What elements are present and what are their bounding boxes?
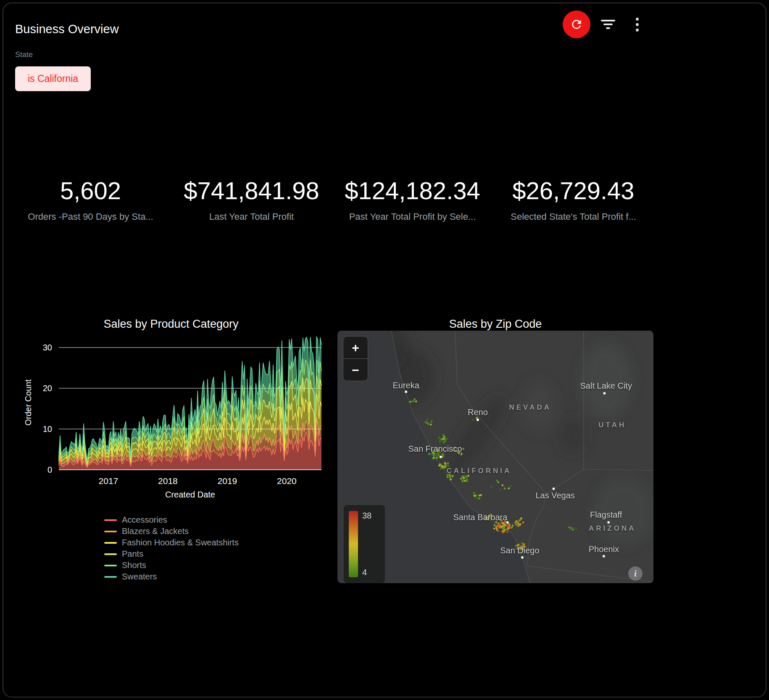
legend-label: Pants (122, 549, 143, 559)
state-filter-chip[interactable]: is California (15, 66, 91, 91)
legend-swatch (104, 576, 117, 578)
legend-max-value: 38 (362, 511, 371, 521)
svg-text:2020: 2020 (277, 476, 297, 486)
svg-text:Created Date: Created Date (165, 490, 215, 499)
legend-swatch (104, 519, 117, 521)
map-zoom-out-button[interactable]: − (343, 359, 368, 381)
refresh-icon (570, 18, 583, 31)
legend-item-3[interactable]: Pants (104, 549, 239, 559)
map-zoom-control: + − (343, 336, 368, 381)
kpi-card-past-year-profit: $124,182.34 Past Year Total Profit by Se… (332, 176, 493, 222)
legend-swatch (104, 542, 117, 544)
kpi-value: $26,729.43 (493, 176, 654, 205)
category-chart-legend: AccessoriesBlazers & JacketsFashion Hood… (104, 515, 239, 582)
svg-text:Order Count: Order Count (24, 379, 33, 426)
kpi-label: Past Year Total Profit by Sele... (332, 211, 493, 222)
legend-item-2[interactable]: Fashion Hoodies & Sweatshirts (104, 538, 239, 547)
kpi-value: 5,602 (10, 176, 171, 205)
refresh-button[interactable] (563, 11, 590, 38)
kpi-label: Selected State's Total Profit f... (493, 211, 654, 222)
kebab-menu-icon[interactable] (630, 16, 644, 33)
legend-label: Accessories (122, 515, 167, 525)
kpi-value: $741,841.98 (171, 176, 332, 205)
svg-text:2019: 2019 (218, 476, 237, 486)
color-gradient-bar (349, 511, 358, 577)
kpi-card-state-profit: $26,729.43 Selected State's Total Profit… (493, 176, 654, 222)
kpi-label: Last Year Total Profit (171, 211, 332, 222)
map-color-legend: 38 4 (344, 505, 385, 583)
svg-text:2018: 2018 (158, 476, 178, 486)
kpi-value: $124,182.34 (332, 176, 493, 205)
legend-label: Fashion Hoodies & Sweatshirts (122, 538, 239, 547)
svg-text:0: 0 (47, 465, 52, 474)
filter-bar (601, 20, 615, 21)
svg-text:20: 20 (43, 384, 52, 393)
map-info-icon[interactable]: i (628, 566, 643, 581)
kpi-label: Orders -Past 90 Days by Sta... (10, 211, 171, 222)
zip-map[interactable]: NEVADAUTAHCALIFORNIAARIZONAEurekaRenoSal… (337, 331, 653, 583)
filter-bar (606, 27, 610, 29)
legend-label: Blazers & Jackets (122, 526, 189, 536)
zip-map-title: Sales by Zip Code (337, 318, 653, 331)
page-title: Business Overview (15, 22, 119, 36)
svg-text:2017: 2017 (99, 476, 119, 486)
category-chart-canvas[interactable]: 01020302017201820192020Created DateOrder… (10, 328, 332, 504)
filter-bar (603, 24, 613, 25)
legend-swatch (104, 565, 117, 566)
map-zoom-in-button[interactable]: + (343, 337, 368, 358)
legend-item-4[interactable]: Shorts (104, 561, 239, 570)
legend-label: Sweaters (122, 572, 157, 582)
legend-label: Shorts (122, 561, 146, 570)
kpi-row: 5,602 Orders -Past 90 Days by Sta... $74… (10, 176, 654, 222)
kpi-card-orders: 5,602 Orders -Past 90 Days by Sta... (10, 176, 171, 222)
svg-text:10: 10 (43, 424, 52, 434)
filter-icon[interactable] (598, 18, 618, 31)
legend-swatch (104, 531, 117, 532)
svg-text:30: 30 (43, 343, 52, 352)
legend-item-1[interactable]: Blazers & Jackets (104, 526, 239, 536)
legend-min-value: 4 (362, 568, 371, 577)
filter-field-label: State (15, 50, 33, 59)
legend-swatch (104, 553, 117, 555)
legend-item-0[interactable]: Accessories (104, 515, 239, 525)
kpi-card-last-year-profit: $741,841.98 Last Year Total Profit (171, 176, 332, 222)
legend-item-5[interactable]: Sweaters (104, 572, 239, 582)
